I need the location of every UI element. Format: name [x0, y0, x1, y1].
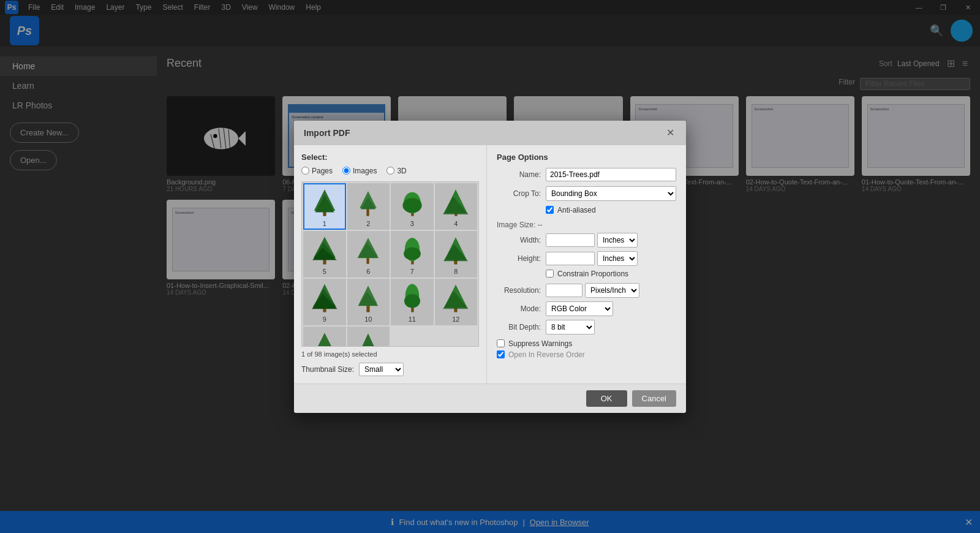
tree-thumbnail-5 [309, 235, 341, 266]
thumbnail-size-row: Thumbnail Size: Small Medium Large [301, 363, 479, 376]
image-cell-8[interactable]: 8 [435, 231, 478, 278]
tree-thumbnail-8 [440, 235, 472, 266]
height-row: Height: Inches cm mm Pixels [497, 251, 676, 266]
height-unit[interactable]: Inches cm mm Pixels [597, 251, 638, 266]
constrain-row: Constrain Proportions [546, 270, 676, 278]
svg-marker-44 [358, 292, 379, 306]
image-cell-14[interactable]: 14 [347, 327, 390, 347]
radio-pages-input[interactable] [301, 167, 309, 175]
modal-left-panel: Select: Pages Images 3D [294, 145, 487, 384]
page-options-title: Page Options [497, 153, 676, 162]
tree-thumbnail-14 [352, 330, 384, 347]
import-pdf-modal: Import PDF ✕ Select: Pages Images [294, 121, 686, 413]
tree-thumbnail-4 [440, 187, 472, 219]
svg-point-47 [404, 294, 420, 308]
mode-label: Mode: [497, 304, 546, 313]
bit-depth-row: Bit Depth: 8 bit 16 bit 32 bit [497, 320, 676, 335]
anti-aliased-checkbox[interactable] [546, 206, 554, 214]
svg-marker-50 [443, 290, 469, 308]
image-cell-1[interactable]: 1 [303, 183, 346, 230]
tree-thumbnail-10 [352, 282, 384, 314]
mode-select[interactable]: Bitmap Grayscale RGB Color CMYK Color La… [546, 301, 613, 316]
image-cell-9[interactable]: 9 [303, 279, 346, 325]
modal-header: Import PDF ✕ [294, 121, 686, 145]
width-label: Width: [497, 236, 546, 244]
image-size-label: Image Size: -- [497, 221, 676, 229]
resolution-row: Resolution: Pixels/Inch Pixels/Cm [497, 283, 676, 298]
name-label: Name: [497, 170, 546, 179]
constrain-label[interactable]: Constrain Proportions [557, 270, 628, 278]
thumbnail-size-label: Thumbnail Size: [301, 365, 354, 374]
width-unit-select[interactable]: Inches cm mm Pixels [597, 233, 638, 248]
select-radio-group: Pages Images 3D [301, 167, 479, 175]
svg-rect-42 [367, 304, 370, 312]
svg-marker-52 [314, 333, 335, 347]
image-grid: 1 2 [302, 182, 478, 347]
resolution-label: Resolution: [497, 286, 546, 295]
suppress-row: Suppress Warnings [497, 339, 676, 348]
suppress-checkbox[interactable] [497, 339, 505, 347]
thumbnail-size-select[interactable]: Small Medium Large [359, 363, 404, 376]
res-unit[interactable]: Pixels/Inch Pixels/Cm [585, 283, 639, 298]
svg-point-34 [404, 247, 421, 260]
tree-thumbnail-13 [309, 330, 341, 347]
modal-title: Import PDF [304, 128, 350, 138]
modal-body: Select: Pages Images 3D [294, 145, 686, 384]
image-cell-4[interactable]: 4 [435, 183, 478, 230]
image-cell-5[interactable]: 5 [303, 231, 346, 278]
svg-marker-37 [443, 244, 468, 261]
height-unit-select[interactable]: Inches cm mm Pixels [597, 251, 638, 266]
selection-info: 1 of 98 image(s) selected [301, 350, 479, 358]
radio-3d[interactable]: 3D [386, 167, 406, 175]
tree-thumbnail-11 [396, 282, 428, 314]
tree-thumbnail-9 [309, 282, 341, 314]
width-row: Width: Inches cm mm Pixels [497, 233, 676, 248]
open-reverse-label[interactable]: Open In Reverse Order [508, 350, 585, 359]
modal-right-panel: Page Options Name: Crop To: Bounding Box… [487, 145, 686, 384]
tree-thumbnail-6 [352, 235, 384, 266]
tree-thumbnail-1 [309, 187, 341, 219]
tree-thumbnail-7 [396, 235, 428, 266]
image-size-section: Image Size: -- [497, 221, 676, 229]
image-cell-2[interactable]: 2 [347, 183, 390, 230]
image-cell-13[interactable]: 13 [303, 327, 346, 347]
cancel-button[interactable]: Cancel [632, 390, 676, 407]
constrain-checkbox[interactable] [546, 270, 554, 278]
resolution-input[interactable] [546, 284, 582, 297]
crop-select[interactable]: Bounding Box Media Box Bleed Box Trim Bo… [546, 186, 676, 201]
radio-images-input[interactable] [342, 167, 350, 175]
tree-thumbnail-2 [352, 187, 384, 219]
suppress-label[interactable]: Suppress Warnings [508, 339, 572, 348]
modal-close-button[interactable]: ✕ [664, 127, 676, 139]
svg-marker-31 [358, 243, 379, 257]
height-input[interactable] [546, 252, 595, 265]
image-cell-7[interactable]: 7 [391, 231, 434, 278]
open-reverse-checkbox[interactable] [497, 350, 505, 358]
crop-label: Crop To: [497, 189, 546, 198]
radio-3d-input[interactable] [386, 167, 394, 175]
modal-footer: OK Cancel [294, 384, 686, 413]
name-input[interactable] [546, 168, 676, 181]
anti-aliased-row: Anti-aliased [546, 206, 676, 214]
height-label: Height: [497, 254, 546, 263]
image-grid-container[interactable]: 1 2 [301, 181, 479, 347]
bit-depth-select[interactable]: 8 bit 16 bit 32 bit [546, 320, 595, 335]
width-input[interactable] [546, 233, 595, 247]
image-cell-6[interactable]: 6 [347, 231, 390, 278]
svg-marker-41 [312, 294, 337, 309]
image-cell-3[interactable]: 3 [391, 183, 434, 230]
modal-overlay: Import PDF ✕ Select: Pages Images [0, 0, 980, 533]
image-cell-10[interactable]: 10 [347, 279, 390, 325]
ok-button[interactable]: OK [586, 390, 627, 407]
open-reverse-row: Open In Reverse Order [497, 350, 676, 359]
radio-pages[interactable]: Pages [301, 167, 333, 175]
image-cell-12[interactable]: 12 [435, 279, 478, 325]
res-unit-select[interactable]: Pixels/Inch Pixels/Cm [585, 283, 639, 298]
anti-aliased-label[interactable]: Anti-aliased [557, 206, 596, 214]
svg-point-21 [402, 198, 421, 213]
select-label: Select: [301, 153, 479, 162]
image-cell-11[interactable]: 11 [391, 279, 434, 325]
crop-row: Crop To: Bounding Box Media Box Bleed Bo… [497, 186, 676, 201]
width-unit[interactable]: Inches cm mm Pixels [597, 233, 638, 248]
radio-images[interactable]: Images [342, 167, 377, 175]
